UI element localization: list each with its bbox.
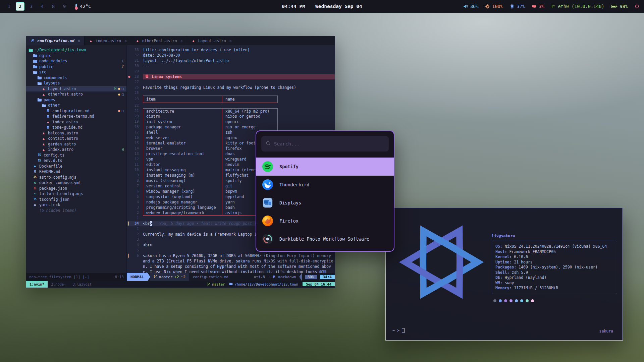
line-number: 10	[131, 167, 143, 173]
tree-item[interactable]: components	[26, 75, 126, 81]
tab-index.astro[interactable]: ▲index.astro×	[85, 36, 131, 45]
tmux-window-1:nvim*[interactable]: 1:nvim*	[26, 281, 48, 288]
badge: ●	[118, 87, 120, 90]
tab-close-icon[interactable]: ×	[180, 39, 183, 43]
launcher-search-bar[interactable]	[261, 136, 389, 152]
tree-item-label: yarn.lock	[39, 202, 60, 207]
battery-value: 98%	[620, 4, 628, 9]
tree-item[interactable]: nginx	[26, 53, 126, 59]
tree-item[interactable]: src	[26, 69, 126, 75]
tree-item[interactable]: ▲balcony.astro	[26, 130, 126, 136]
battery-icon	[611, 4, 618, 8]
tree-item[interactable]: ▲index.astroH	[26, 147, 126, 153]
bar-module-volume[interactable]: 36%	[463, 4, 478, 9]
tree-item[interactable]: ≈docker-compose.yml	[26, 180, 126, 186]
launcher-item-thunderbird[interactable]: Thunderbird	[256, 176, 394, 194]
bar-module-cpu[interactable]: 37%	[510, 4, 525, 9]
editor-line: 32date: 2024-08-30	[127, 53, 335, 58]
tree-item[interactable]: layouts	[26, 80, 126, 86]
prompt-path: ~	[392, 328, 395, 333]
bar-module-battery[interactable]: 98%	[611, 4, 628, 9]
tree-item-label: Dockerfile	[39, 164, 62, 169]
workspace-button-8[interactable]: 8	[49, 2, 58, 11]
palette-dot	[526, 299, 529, 302]
tree-item[interactable]: {}package.json	[26, 186, 126, 191]
line-number: 2	[131, 232, 143, 237]
workspace-button-9[interactable]: 9	[60, 2, 69, 11]
palette-dot	[493, 299, 496, 302]
neotree-file-explorer[interactable]: ~/Development/liv.townnginxnode_modulesE…	[26, 45, 127, 273]
tree-item[interactable]: ◆Dockerfile	[26, 164, 126, 169]
tree-item[interactable]: other	[26, 103, 126, 108]
fetch-value: 6.10.6	[514, 254, 528, 259]
tab-Layout.astro[interactable]: ▲Layout.astro×	[187, 36, 236, 45]
launcher-item-spotify[interactable]: Spotify	[256, 158, 394, 176]
tmux-window-3:lazygit[interactable]: 3:lazygit	[69, 281, 95, 288]
tree-item[interactable]: TSconfig.ts	[26, 153, 126, 158]
tab-configuration.md[interactable]: Mconfiguration.md×	[26, 36, 85, 45]
tree-item[interactable]: ●yarn.lock	[26, 202, 126, 208]
clock-module[interactable]: 04:44 PM Wednesday Sep 04	[282, 4, 362, 9]
tab-close-icon[interactable]: ×	[229, 39, 232, 43]
neotree-statusline: neo-tree filesystem [1] [-] 8:13	[26, 273, 127, 281]
bar-module-network[interactable]: eth0 (10.0.0.140)	[551, 4, 604, 9]
fastfetch-terminal-window[interactable]: liv@sakura OS: NixOS 24.11.20240828.71e9…	[385, 208, 623, 341]
gutter-sign: ▎	[127, 253, 131, 258]
search-input[interactable]	[274, 141, 384, 146]
launcher-item-darktable-photo-workflow-software[interactable]: Darktable Photo Workflow Software	[256, 230, 394, 248]
tmux-status-bar: 1:nvim*2:node-3:lazygit master /home/liv…	[26, 281, 335, 288]
tree-item[interactable]: pages	[26, 97, 126, 103]
tree-item[interactable]: public?	[26, 64, 126, 70]
tree-item[interactable]: Mconfiguration.md●□	[26, 108, 126, 114]
line-number: 16	[131, 135, 143, 140]
tree-item[interactable]: ▲otherPost.astro●□	[26, 92, 126, 97]
table-cell-item: editor	[143, 162, 222, 167]
bar-module-gear[interactable]: 100%	[485, 4, 503, 9]
editor-line: 18package managernix or emerge	[127, 124, 335, 130]
workspace-button-4[interactable]: 4	[38, 2, 47, 11]
launcher-item-displays[interactable]: Displays	[256, 194, 394, 212]
workspace-button-2[interactable]: 2	[16, 2, 24, 11]
tree-item[interactable]: ▲Layout.astroH●□	[26, 86, 126, 92]
workspace-button-1[interactable]: 1	[5, 2, 13, 11]
table-cell-item: instant messaging	[143, 167, 222, 173]
tmux-right-status: master /home/liv/Development/liv.town Se…	[207, 281, 335, 288]
tmux-clock: Sep 04 16:44	[303, 282, 335, 286]
tree-item[interactable]: ~/Development/liv.town	[26, 47, 126, 53]
tab-close-icon[interactable]: ×	[78, 39, 80, 43]
temperature-module[interactable]: 42°C	[75, 4, 91, 9]
tree-item[interactable]: ~tailwind.config.mjs	[26, 191, 126, 197]
tree-item[interactable]: Mfediverse-terms.md	[26, 114, 126, 119]
tree-item[interactable]: ▲index.astro	[26, 119, 126, 125]
tree-item[interactable]: node_modulesE	[26, 58, 126, 64]
bar-module-power[interactable]	[635, 4, 639, 9]
palette-dot	[520, 299, 523, 302]
bar-module-memory[interactable]: 3%	[532, 4, 544, 9]
astro-icon: ▲	[41, 87, 46, 90]
tree-item[interactable]: (6 hidden items)	[26, 208, 126, 214]
fetch-label: Memory:	[495, 286, 514, 290]
fetch-label: Kernel:	[495, 254, 514, 259]
shell-prompt[interactable]: ~ >	[392, 328, 405, 333]
tab-close-icon[interactable]: ×	[124, 39, 127, 43]
displays-icon	[262, 197, 273, 208]
app-launcher: SpotifyThunderbirdDisplaysFirefoxDarktab…	[256, 130, 394, 252]
tmux-window-2:node-[interactable]: 2:node-	[48, 281, 69, 288]
tree-item[interactable]: ▲contact.astro	[26, 136, 126, 141]
tree-item[interactable]: Mtone-guide.md	[26, 125, 126, 130]
tree-item[interactable]: JSastro.config.mjs	[26, 175, 126, 180]
tree-item[interactable]: MREADME.md	[26, 169, 126, 175]
workspace-button-3[interactable]: 3	[27, 2, 36, 11]
fetch-label: WM:	[495, 281, 505, 285]
tree-item-label: env.d.ts	[44, 158, 62, 163]
tree-item[interactable]: TSenv.d.ts	[26, 158, 126, 164]
overflow-marker: @@@	[317, 269, 326, 273]
tab-otherPost.astro[interactable]: ▲otherPost.astro×	[131, 36, 187, 45]
launcher-item-firefox[interactable]: Firefox	[256, 212, 394, 230]
fetch-info-line: Host: Framework FRANMDCP05	[495, 249, 613, 255]
tree-item[interactable]: ▲garden.astro	[26, 141, 126, 147]
line-number: 33	[131, 47, 143, 53]
fetch-info-line: Packages: 1409 (nix-system), 2590 (nix-u…	[495, 265, 613, 270]
ts-icon: TS	[37, 159, 42, 162]
tree-item[interactable]: TStsconfig.json	[26, 197, 126, 202]
